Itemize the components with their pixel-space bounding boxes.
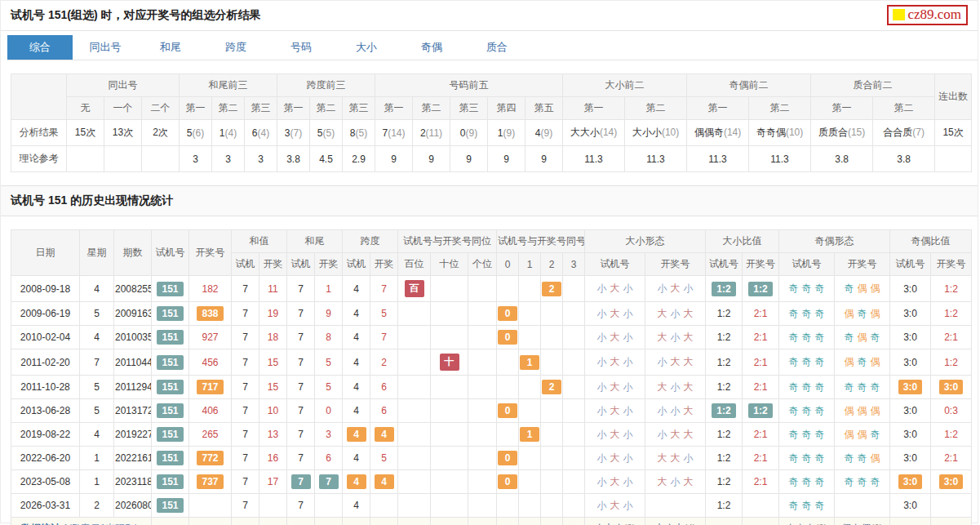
cell: 3 <box>315 423 343 447</box>
cell: 4 <box>343 494 370 518</box>
cell: 6 <box>315 447 343 470</box>
badge: 3:0 <box>939 474 963 489</box>
cell: 7 <box>287 302 315 326</box>
tab-item-1[interactable]: 同出号 <box>73 35 138 60</box>
cell: 7 <box>287 470 315 494</box>
cell: 2010035 <box>114 326 152 349</box>
cell: 3:0 <box>890 276 931 302</box>
cell: 5(2) <box>315 518 343 525</box>
header-cell: 试机 <box>343 253 370 276</box>
cell <box>315 494 343 518</box>
header-cell: 第二 <box>212 97 245 120</box>
cell <box>563 423 585 447</box>
cell: 7 <box>232 399 259 423</box>
cell: 7 <box>287 423 315 447</box>
tab-item-6[interactable]: 奇偶 <box>399 35 464 60</box>
cell: 7 <box>232 276 259 302</box>
cell: 9 <box>525 146 563 172</box>
cell: 奇奇奇 <box>779 276 835 302</box>
cell: 4 <box>343 399 370 423</box>
cell <box>519 326 541 349</box>
header-cell: 二个 <box>142 97 180 120</box>
cell: 2 <box>541 376 563 399</box>
cell: 265 <box>189 423 232 447</box>
badge: 151 <box>157 474 183 489</box>
cell: 小大小 <box>645 276 706 302</box>
cell: 2 <box>541 276 563 302</box>
cell: 15(2) <box>259 518 287 525</box>
cell: 1:2 <box>706 302 743 326</box>
header-cell: 第二 <box>413 97 450 120</box>
tab-item-0[interactable]: 综合 <box>7 35 73 60</box>
cell: 11.3 <box>625 146 687 172</box>
cell: 3:0 <box>931 376 972 399</box>
cell: 2022-06-20 <box>11 447 80 470</box>
badge: 1 <box>520 427 539 442</box>
header-cell: 第一 <box>811 97 873 120</box>
cell: 406 <box>189 399 232 423</box>
cell: 0 <box>497 470 519 494</box>
header-cell: 和尾 <box>287 230 343 253</box>
cell: 小大小 <box>585 376 645 399</box>
cell: 7(9) <box>232 518 259 525</box>
cell: 2 <box>80 494 114 518</box>
header-cell: 大小前二 <box>563 74 687 97</box>
cell: 5(6) <box>180 120 212 146</box>
table-row: 2008-09-18420082551511827117147百2小大小小大小1… <box>11 276 972 302</box>
cell: 2026080 <box>114 494 152 518</box>
header-cell: 大小形态 <box>585 230 706 253</box>
cell <box>541 494 563 518</box>
cell <box>431 518 468 525</box>
cell: 1:2 <box>706 494 743 518</box>
cell: 9 <box>488 146 525 172</box>
header-cell: 个位 <box>468 253 497 276</box>
cell: 7(9) <box>287 518 315 525</box>
cell <box>541 470 563 494</box>
header-cell: 和尾前三 <box>180 74 277 97</box>
cell: 151 <box>152 423 189 447</box>
cell: 7 <box>287 494 315 518</box>
cell <box>541 302 563 326</box>
tab-item-4[interactable]: 号码 <box>268 35 334 60</box>
cell: 3:0 <box>931 470 972 494</box>
cell: 1(18) <box>152 518 189 525</box>
cell <box>398 447 431 470</box>
tab-item-3[interactable]: 跨度 <box>203 35 268 60</box>
badge: 772 <box>197 451 223 465</box>
header-cell: 开奖 <box>259 253 287 276</box>
cell <box>398 302 431 326</box>
cell <box>431 470 468 494</box>
badge: 151 <box>157 380 183 394</box>
cell: 奇奇奇 <box>779 470 835 494</box>
cell: 151 <box>152 494 189 518</box>
cell: 3 <box>180 146 212 172</box>
cell: 10 <box>259 399 287 423</box>
cell <box>468 349 497 376</box>
header-cell: 期数 <box>114 230 152 276</box>
tab-item-7[interactable]: 质合 <box>464 35 530 60</box>
badge: 1:2 <box>748 403 772 418</box>
cell: 2011044 <box>114 349 152 376</box>
header-cell: 开奖号 <box>189 230 232 276</box>
cell: 456 <box>189 349 232 376</box>
analysis-summary-table: 同出号和尾前三跨度前三号码前五大小前二奇偶前二质合前二连出数无一个二个第一第二第… <box>11 73 972 172</box>
cell: 2026-03-31 <box>11 494 80 518</box>
site-logo[interactable]: cz89.com <box>887 5 968 25</box>
cell: 17 <box>259 470 287 494</box>
cell: 0 <box>497 399 519 423</box>
cell: 2 <box>370 349 398 376</box>
cell: 2019227 <box>114 423 152 447</box>
cell <box>563 447 585 470</box>
cell: 1:2 <box>706 399 743 423</box>
cell: 大小小(10) <box>625 120 687 146</box>
cell: 7 <box>232 349 259 376</box>
badge: 1:2 <box>712 403 735 418</box>
tab-item-2[interactable]: 和尾 <box>138 35 203 60</box>
cell <box>563 494 585 518</box>
header-cell: 号码前五 <box>375 74 563 97</box>
cell: 11.3 <box>749 146 811 172</box>
cell: 927 <box>189 326 232 349</box>
cell: 7 <box>287 447 315 470</box>
cell: 2:1 <box>743 470 779 494</box>
tab-item-5[interactable]: 大小 <box>334 35 399 60</box>
